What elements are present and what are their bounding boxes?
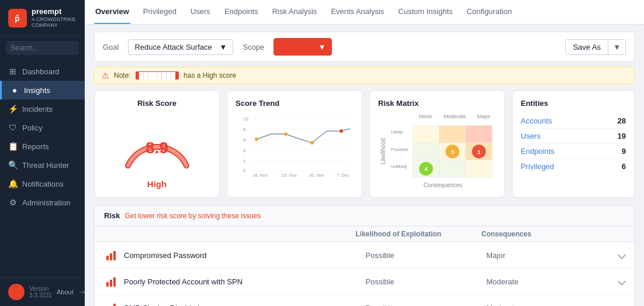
risk-row-name: SMB Signing Disabled bbox=[124, 304, 366, 307]
tab-privileged[interactable]: Privileged bbox=[142, 0, 178, 24]
cards-row: Risk Score 8.9 High Score Trend bbox=[94, 90, 635, 198]
risk-table: Risk Get lower risk score by solving the… bbox=[94, 205, 635, 306]
scope-chevron-icon: ▼ bbox=[318, 43, 326, 51]
sidebar-item-label: Dashboard bbox=[22, 67, 60, 76]
save-as-arrow-icon[interactable]: ▼ bbox=[608, 40, 625, 54]
top-navigation: Overview Privileged Users Endpoints Risk… bbox=[85, 0, 644, 25]
tab-custom-insights[interactable]: Custom Insights bbox=[397, 0, 453, 24]
entity-endpoints-link[interactable]: Endpoints bbox=[521, 147, 555, 156]
sidebar-item-label: Insights bbox=[24, 86, 50, 95]
risk-table-subtitle: Get lower risk score by solving these is… bbox=[124, 212, 261, 220]
risk-row-expand[interactable] bbox=[607, 304, 625, 307]
warning-icon: ⚠ bbox=[102, 71, 109, 80]
sidebar-item-label: Administration bbox=[22, 198, 70, 207]
sidebar-item-administration[interactable]: ⚙ Administration bbox=[0, 193, 85, 212]
scope-dropdown[interactable]: ▼ bbox=[273, 38, 332, 56]
svg-text:2: 2 bbox=[243, 159, 246, 164]
version-label: Version 3.3.3231 bbox=[29, 286, 52, 298]
col-likelihood: Likelihood of Exploitation bbox=[356, 230, 482, 238]
risk-row-consequences: Major bbox=[486, 251, 607, 260]
svg-rect-33 bbox=[466, 160, 492, 178]
sidebar-item-notifications[interactable]: 🔔 Notifications bbox=[0, 174, 85, 193]
notifications-icon: 🔔 bbox=[8, 179, 18, 188]
risk-row-name: Compromised Password bbox=[124, 251, 366, 260]
svg-rect-27 bbox=[466, 126, 492, 143]
logo-sub: A CROWDSTRIKE bbox=[32, 16, 76, 23]
risk-row-expand[interactable] bbox=[607, 277, 625, 286]
tab-endpoints[interactable]: Endpoints bbox=[223, 0, 259, 24]
entity-privileged-count: 6 bbox=[622, 162, 626, 171]
svg-point-17 bbox=[340, 129, 343, 133]
entity-row-privileged: Privileged 6 bbox=[521, 159, 626, 174]
risk-row-icon bbox=[104, 301, 118, 306]
tab-risk-analysis[interactable]: Risk Analysis bbox=[271, 0, 318, 24]
risk-row-likelihood: Possible bbox=[366, 277, 487, 286]
tab-configuration[interactable]: Configuration bbox=[466, 0, 513, 24]
svg-text:8: 8 bbox=[243, 127, 246, 132]
save-as-button[interactable]: Save As ▼ bbox=[565, 39, 626, 55]
sidebar-nav: ⊞ Dashboard ● Insights ⚡ Incidents 🛡 Pol… bbox=[0, 60, 85, 277]
svg-text:0: 0 bbox=[243, 168, 246, 173]
entity-accounts-count: 28 bbox=[618, 116, 626, 125]
entity-privileged-link[interactable]: Privileged bbox=[521, 162, 554, 171]
logo: p̈ preempt A CROWDSTRIKE COMPANY bbox=[0, 0, 85, 36]
entity-row-users: Users 19 bbox=[521, 129, 626, 144]
sidebar-item-policy[interactable]: 🛡 Policy bbox=[0, 118, 85, 137]
entity-accounts-link[interactable]: Accounts bbox=[521, 116, 552, 125]
sidebar-item-threat-hunter[interactable]: 🔍 Threat Hunter bbox=[0, 156, 85, 174]
reports-icon: 📋 bbox=[8, 142, 18, 151]
sidebar-item-insights[interactable]: ● Insights bbox=[0, 81, 85, 99]
sidebar-item-label: Reports bbox=[22, 142, 49, 151]
goal-chevron-icon: ▼ bbox=[220, 43, 227, 51]
sidebar-item-incidents[interactable]: ⚡ Incidents bbox=[0, 99, 85, 118]
score-trend-card: Score Trend 10 8 6 4 2 0 bbox=[227, 90, 362, 198]
page-content: Goal Reduce Attack Surface ▼ Scope ▼ Sav… bbox=[85, 25, 644, 306]
risk-row-expand[interactable] bbox=[607, 251, 625, 260]
risk-row-consequences: Moderate bbox=[486, 277, 607, 286]
svg-text:Possible: Possible bbox=[391, 147, 408, 152]
tab-events-analysis[interactable]: Events Analysis bbox=[330, 0, 385, 24]
x-axis-label: Consequences bbox=[390, 182, 496, 188]
main-content: Overview Privileged Users Endpoints Risk… bbox=[85, 0, 644, 306]
svg-point-14 bbox=[255, 137, 258, 141]
risk-matrix-title: Risk Matrix bbox=[378, 99, 496, 108]
bar-chart-icon bbox=[106, 302, 116, 306]
svg-text:Unlikely: Unlikely bbox=[391, 164, 407, 169]
score-trend-title: Score Trend bbox=[236, 99, 354, 108]
risk-row-likelihood: Possible bbox=[366, 304, 487, 307]
table-row[interactable]: Compromised Password Possible Major bbox=[95, 242, 634, 269]
scope-label: Scope bbox=[243, 43, 264, 51]
risk-table-header: Risk Get lower risk score by solving the… bbox=[95, 205, 634, 226]
logo-icon: p̈ bbox=[8, 9, 27, 27]
svg-rect-26 bbox=[439, 126, 466, 143]
sidebar-item-label: Threat Hunter bbox=[22, 161, 69, 170]
table-row[interactable]: SMB Signing Disabled Possible Moderate bbox=[95, 295, 634, 306]
entities-card: Entities Accounts 28 Users 19 Endpoints … bbox=[512, 90, 635, 198]
gauge: 8.9 bbox=[119, 116, 195, 174]
bar-chart-icon bbox=[106, 276, 116, 287]
tab-users[interactable]: Users bbox=[189, 0, 212, 24]
svg-text:6: 6 bbox=[243, 137, 246, 143]
svg-point-15 bbox=[284, 132, 288, 136]
svg-text:p̈: p̈ bbox=[15, 14, 20, 23]
table-row[interactable]: Poorly Protected Account with SPN Possib… bbox=[95, 269, 634, 295]
x-label-moderate: Moderate bbox=[444, 114, 466, 119]
gauge-value: 8.9 bbox=[146, 139, 168, 157]
entity-users-link[interactable]: Users bbox=[521, 132, 541, 140]
svg-text:4: 4 bbox=[243, 148, 246, 153]
administration-icon: ⚙ bbox=[8, 198, 18, 207]
note-bar: ⚠ Note: ████████ has a High score bbox=[94, 67, 635, 84]
risk-row-consequences: Moderate bbox=[486, 304, 607, 307]
sidebar-item-label: Policy bbox=[22, 123, 43, 132]
sidebar-item-dashboard[interactable]: ⊞ Dashboard bbox=[0, 62, 85, 81]
svg-text:3: 3 bbox=[451, 149, 454, 155]
about-link[interactable]: About bbox=[57, 288, 74, 295]
x-label-major: Major bbox=[477, 114, 491, 119]
tab-overview[interactable]: Overview bbox=[94, 0, 130, 24]
note-highlighted: ████████ bbox=[136, 71, 179, 80]
sidebar-item-reports[interactable]: 📋 Reports bbox=[0, 137, 85, 156]
search-input[interactable] bbox=[6, 41, 79, 55]
svg-rect-28 bbox=[413, 143, 439, 160]
svg-text:16. Nov: 16. Nov bbox=[252, 173, 268, 178]
goal-dropdown[interactable]: Reduce Attack Surface ▼ bbox=[128, 39, 233, 55]
